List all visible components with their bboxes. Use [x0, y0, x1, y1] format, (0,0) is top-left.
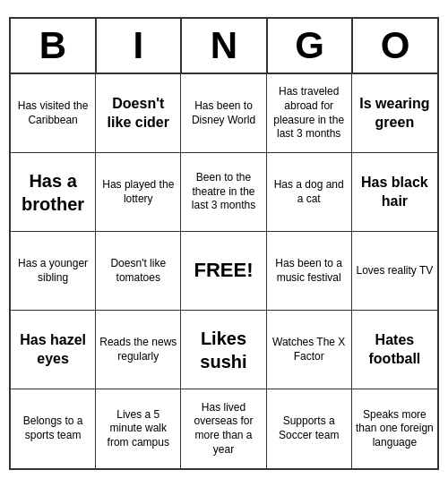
bingo-cell-20[interactable]: Belongs to a sports team — [11, 389, 96, 468]
header-letter-n: N — [182, 19, 268, 73]
bingo-cell-10[interactable]: Has a younger sibling — [11, 232, 96, 311]
bingo-cell-1[interactable]: Doesn't like cider — [96, 74, 181, 153]
bingo-cell-24[interactable]: Speaks more than one foreign language — [352, 389, 437, 468]
header-letter-i: I — [97, 19, 183, 73]
bingo-cell-21[interactable]: Lives a 5 minute walk from campus — [96, 389, 181, 468]
header-letter-b: B — [11, 19, 97, 73]
bingo-cell-23[interactable]: Supports a Soccer team — [267, 389, 352, 468]
bingo-cell-0[interactable]: Has visited the Caribbean — [11, 74, 96, 153]
bingo-cell-2[interactable]: Has been to Disney World — [181, 74, 266, 153]
bingo-cell-5[interactable]: Has a brother — [11, 153, 96, 232]
bingo-cell-15[interactable]: Has hazel eyes — [11, 311, 96, 389]
bingo-header: BINGO — [11, 19, 437, 74]
bingo-cell-18[interactable]: Watches The X Factor — [267, 311, 352, 389]
bingo-cell-11[interactable]: Doesn't like tomatoes — [96, 232, 181, 311]
bingo-cell-17[interactable]: Likes sushi — [181, 311, 266, 389]
bingo-cell-16[interactable]: Reads the news regularly — [96, 311, 181, 389]
bingo-cell-14[interactable]: Loves reality TV — [352, 232, 437, 311]
bingo-cell-9[interactable]: Has black hair — [352, 153, 437, 232]
header-letter-g: G — [268, 19, 354, 73]
bingo-card: BINGO Has visited the CaribbeanDoesn't l… — [9, 17, 439, 470]
bingo-cell-22[interactable]: Has lived overseas for more than a year — [181, 389, 266, 468]
bingo-cell-6[interactable]: Has played the lottery — [96, 153, 181, 232]
bingo-cell-7[interactable]: Been to the theatre in the last 3 months — [181, 153, 266, 232]
bingo-cell-3[interactable]: Has traveled abroad for pleasure in the … — [267, 74, 352, 153]
bingo-grid: Has visited the CaribbeanDoesn't like ci… — [11, 74, 437, 468]
bingo-cell-12[interactable]: FREE! — [181, 232, 266, 311]
header-letter-o: O — [353, 19, 437, 73]
bingo-cell-19[interactable]: Hates football — [352, 311, 437, 389]
bingo-cell-13[interactable]: Has been to a music festival — [267, 232, 352, 311]
bingo-cell-8[interactable]: Has a dog and a cat — [267, 153, 352, 232]
bingo-cell-4[interactable]: Is wearing green — [352, 74, 437, 153]
